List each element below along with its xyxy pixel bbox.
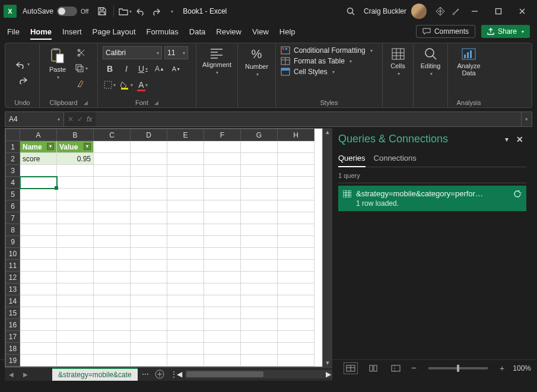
- cell[interactable]: [278, 307, 314, 319]
- cell[interactable]: [94, 153, 131, 165]
- cell[interactable]: [57, 355, 94, 366]
- cell[interactable]: [241, 331, 278, 343]
- cell[interactable]: [57, 236, 94, 248]
- cell[interactable]: [204, 224, 241, 236]
- cancel-formula-icon[interactable]: ✕: [68, 115, 74, 123]
- add-sheet-button[interactable]: [153, 368, 166, 381]
- cell[interactable]: [57, 165, 94, 177]
- cell[interactable]: [167, 224, 204, 236]
- tab-file[interactable]: File: [7, 27, 20, 36]
- cell[interactable]: [131, 307, 167, 319]
- cell[interactable]: [20, 355, 57, 366]
- view-normal-button[interactable]: [344, 362, 358, 374]
- cell[interactable]: [57, 307, 94, 319]
- cell[interactable]: [20, 165, 57, 177]
- cell[interactable]: [57, 319, 94, 331]
- cell[interactable]: [167, 283, 204, 295]
- redo-button[interactable]: [15, 74, 30, 87]
- row-header[interactable]: 19: [6, 355, 20, 366]
- cell[interactable]: [204, 272, 241, 283]
- cell[interactable]: [204, 212, 241, 224]
- cell[interactable]: [57, 272, 94, 283]
- cell[interactable]: [131, 319, 167, 331]
- vertical-scrollbar[interactable]: ▲ ▼: [323, 128, 332, 367]
- cell[interactable]: [241, 236, 278, 248]
- pane-options-icon[interactable]: ▾: [500, 135, 513, 144]
- cell[interactable]: [241, 212, 278, 224]
- tab-view[interactable]: View: [252, 27, 269, 36]
- row-header[interactable]: 2: [6, 153, 20, 165]
- cell[interactable]: [94, 165, 131, 177]
- pane-tab-queries[interactable]: Queries: [338, 151, 366, 167]
- cell[interactable]: [94, 177, 131, 189]
- fx-icon[interactable]: fx: [87, 115, 92, 123]
- cell[interactable]: [20, 200, 57, 212]
- cell[interactable]: [94, 343, 131, 355]
- cell[interactable]: [131, 212, 167, 224]
- cell[interactable]: [20, 343, 57, 355]
- cell[interactable]: [278, 224, 314, 236]
- decrease-font-button[interactable]: A▼: [169, 62, 183, 75]
- cell[interactable]: [204, 295, 241, 307]
- cell[interactable]: [241, 141, 278, 153]
- cell[interactable]: [94, 283, 131, 295]
- cell[interactable]: [57, 177, 94, 189]
- cell[interactable]: [204, 165, 241, 177]
- cell[interactable]: [20, 212, 57, 224]
- maximize-button[interactable]: [487, 2, 510, 20]
- cell[interactable]: [241, 165, 278, 177]
- cell[interactable]: [278, 319, 314, 331]
- underline-button[interactable]: U▾: [136, 62, 150, 75]
- cell[interactable]: [20, 272, 57, 283]
- row-header[interactable]: 3: [6, 165, 20, 177]
- refresh-icon[interactable]: [513, 190, 522, 198]
- cell[interactable]: [131, 177, 167, 189]
- conditional-formatting-button[interactable]: Conditional Formatting▾: [281, 46, 373, 55]
- row-header[interactable]: 16: [6, 319, 20, 331]
- cell[interactable]: [204, 343, 241, 355]
- cell[interactable]: [241, 177, 278, 189]
- cell[interactable]: Name▼: [20, 141, 57, 153]
- cell[interactable]: [57, 224, 94, 236]
- cell[interactable]: [94, 260, 131, 272]
- cell[interactable]: [278, 212, 314, 224]
- cell[interactable]: [204, 307, 241, 319]
- row-header[interactable]: 6: [6, 200, 20, 212]
- redo-icon[interactable]: [148, 4, 164, 19]
- cell[interactable]: [167, 307, 204, 319]
- analyze-data-button[interactable]: Analyze Data: [453, 46, 485, 78]
- pane-tab-connections[interactable]: Connections: [374, 151, 417, 167]
- cell[interactable]: [278, 200, 314, 212]
- font-color-button[interactable]: A▾: [136, 78, 150, 91]
- cell[interactable]: [278, 189, 314, 200]
- cell[interactable]: [241, 355, 278, 366]
- cell[interactable]: [94, 331, 131, 343]
- col-header[interactable]: A: [20, 129, 57, 141]
- row-header[interactable]: 12: [6, 272, 20, 283]
- cell[interactable]: [167, 236, 204, 248]
- cell[interactable]: [94, 200, 131, 212]
- minimize-button[interactable]: [463, 2, 486, 20]
- col-header[interactable]: E: [167, 129, 204, 141]
- row-header[interactable]: 10: [6, 248, 20, 260]
- select-all[interactable]: [6, 129, 20, 141]
- tab-options-icon[interactable]: ⋯: [139, 368, 152, 381]
- cell[interactable]: [20, 331, 57, 343]
- scroll-right-icon[interactable]: ▶: [326, 370, 331, 378]
- row-header[interactable]: 11: [6, 260, 20, 272]
- cell[interactable]: [20, 236, 57, 248]
- cell[interactable]: [131, 236, 167, 248]
- cell[interactable]: [278, 283, 314, 295]
- cell[interactable]: [241, 295, 278, 307]
- account-name[interactable]: Craig Buckler: [364, 7, 406, 15]
- comments-button[interactable]: Comments: [416, 25, 475, 38]
- cell[interactable]: [278, 343, 314, 355]
- cell[interactable]: [167, 355, 204, 366]
- cell[interactable]: [204, 331, 241, 343]
- cell[interactable]: [57, 260, 94, 272]
- tab-nav-next[interactable]: ▶: [19, 371, 32, 378]
- cell[interactable]: [204, 200, 241, 212]
- cell[interactable]: [94, 248, 131, 260]
- col-header[interactable]: C: [94, 129, 131, 141]
- avatar[interactable]: [411, 4, 427, 19]
